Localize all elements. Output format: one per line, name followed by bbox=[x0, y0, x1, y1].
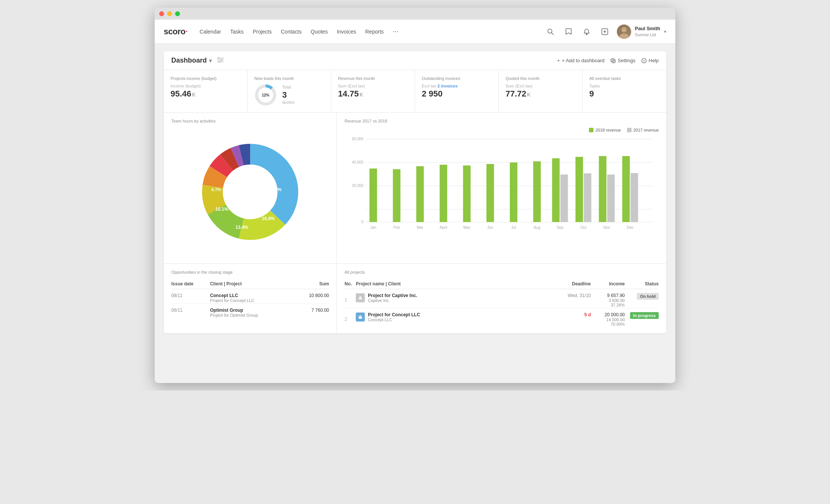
kpi-overdue-tasks: All overdue tasks Tasks 9 bbox=[583, 70, 666, 112]
dashboard-actions: + + Add to dashboard Settings ? Help bbox=[557, 58, 659, 63]
help-btn[interactable]: ? Help bbox=[641, 58, 659, 63]
charts-row: Team hours by activities bbox=[164, 113, 666, 264]
svg-text:13.4%: 13.4% bbox=[235, 225, 248, 230]
svg-text:36.9%: 36.9% bbox=[268, 187, 282, 192]
svg-text:April: April bbox=[440, 225, 447, 230]
opp-sum-2: 7 760.00 bbox=[294, 304, 329, 319]
svg-text:May: May bbox=[463, 225, 470, 230]
nav-contacts[interactable]: Contacts bbox=[281, 29, 301, 35]
legend-2017: 2017 revenue bbox=[627, 128, 659, 132]
notification-icon[interactable] bbox=[581, 26, 593, 38]
svg-rect-49 bbox=[510, 162, 518, 222]
kpi-new-leads: New leads this month 12% Total bbox=[247, 70, 331, 112]
proj-status-1: On hold bbox=[625, 289, 659, 308]
settings-btn[interactable]: Settings bbox=[610, 58, 635, 63]
svg-rect-74 bbox=[359, 315, 361, 317]
nav-tasks[interactable]: Tasks bbox=[230, 29, 244, 35]
svg-text:40,000: 40,000 bbox=[352, 160, 364, 164]
table-row: 08/11 Concept LLC Project for Concept LL… bbox=[171, 289, 329, 304]
svg-point-7 bbox=[619, 34, 629, 39]
search-icon[interactable] bbox=[544, 26, 556, 38]
proj-income-2: 20 000.00 14 000.00 70.00% bbox=[591, 308, 625, 328]
close-button[interactable] bbox=[159, 11, 164, 16]
col-project: Project name | Client bbox=[356, 279, 553, 289]
avatar bbox=[617, 25, 631, 39]
svg-rect-44 bbox=[393, 169, 401, 222]
project-icon-gray bbox=[356, 293, 365, 302]
donut-chart: 36.9% 16.8% 13.4% 10.1% 6.7% bbox=[171, 128, 329, 256]
svg-text:Oct: Oct bbox=[581, 225, 587, 230]
svg-text:Jun: Jun bbox=[487, 225, 493, 230]
filter-icon[interactable] bbox=[217, 57, 224, 64]
table-row: 1 Project for Captive Inc. Captive bbox=[344, 289, 659, 308]
logo[interactable]: scoro· bbox=[164, 27, 188, 37]
svg-text:10.1%: 10.1% bbox=[215, 207, 228, 212]
svg-point-11 bbox=[218, 57, 220, 59]
col-no: No. bbox=[344, 279, 356, 289]
projects-panel: All projects No. Project name | Client D… bbox=[337, 264, 666, 333]
nav-quotes[interactable]: Quotes bbox=[311, 29, 328, 35]
svg-text:Feb: Feb bbox=[393, 225, 400, 230]
nav-more[interactable]: ··· bbox=[393, 28, 398, 35]
col-deadline: Deadline bbox=[553, 279, 591, 289]
svg-text:6.7%: 6.7% bbox=[212, 187, 221, 192]
bar-chart-svg: 60,000 40,000 20,000 0 bbox=[344, 135, 659, 241]
add-icon[interactable] bbox=[599, 26, 611, 38]
svg-rect-57 bbox=[622, 156, 630, 222]
table-row: 2 Project for Concept LLC Concept bbox=[344, 308, 659, 328]
proj-deadline-2: 5 d bbox=[553, 308, 591, 328]
col-income: Income bbox=[591, 279, 625, 289]
project-icon-blue bbox=[356, 313, 365, 322]
svg-rect-43 bbox=[370, 169, 377, 222]
minimize-button[interactable] bbox=[167, 11, 172, 16]
opp-date-2: 06/11 bbox=[171, 304, 210, 319]
svg-point-12 bbox=[221, 59, 222, 61]
svg-point-6 bbox=[621, 27, 627, 32]
add-to-dashboard-btn[interactable]: + + Add to dashboard bbox=[557, 58, 605, 63]
opportunities-table: Issue date Client | Project Sum 08/11 Co… bbox=[171, 279, 329, 318]
kpi-outstanding: Outstanding invoices Excl tax 2 invoices… bbox=[415, 70, 499, 112]
svg-point-2 bbox=[586, 34, 587, 35]
user-chevron-icon: ▾ bbox=[664, 29, 666, 34]
opp-date-1: 08/11 bbox=[171, 289, 210, 304]
svg-point-28 bbox=[227, 169, 274, 215]
svg-rect-58 bbox=[631, 173, 638, 222]
col-client: Client | Project bbox=[210, 279, 294, 289]
user-area[interactable]: Paul Smith Sunrise Ltd ▾ bbox=[617, 25, 666, 39]
svg-point-0 bbox=[548, 29, 552, 33]
nav-calendar[interactable]: Calendar bbox=[200, 29, 221, 35]
nav-links: Calendar Tasks Projects Contacts Quotes … bbox=[200, 28, 544, 35]
svg-text:Jan: Jan bbox=[370, 225, 377, 230]
svg-text:?: ? bbox=[643, 59, 645, 63]
nav-invoices[interactable]: Invoices bbox=[337, 29, 356, 35]
dashboard-title: Dashboard ▾ bbox=[171, 57, 557, 64]
bookmark-icon[interactable] bbox=[563, 26, 575, 38]
svg-rect-53 bbox=[576, 157, 583, 222]
tables-row: Opportunities in the closing stage Issue… bbox=[164, 264, 666, 333]
svg-text:20,000: 20,000 bbox=[352, 184, 364, 188]
fullscreen-button[interactable] bbox=[175, 11, 180, 16]
svg-text:0: 0 bbox=[361, 220, 364, 224]
dashboard-chevron-icon[interactable]: ▾ bbox=[209, 58, 212, 64]
proj-name-1: Project for Captive Inc. Captive Inc. bbox=[356, 289, 553, 308]
nav-projects[interactable]: Projects bbox=[253, 29, 272, 35]
proj-status-2: In progress bbox=[625, 308, 659, 328]
proj-name-2: Project for Concept LLC Concept LLC bbox=[356, 308, 553, 328]
nav-icons bbox=[544, 26, 611, 38]
proj-deadline-1: Wed, 31/10 bbox=[553, 289, 591, 308]
svg-text:16.8%: 16.8% bbox=[262, 216, 275, 221]
proj-no-2: 2 bbox=[344, 308, 356, 328]
legend-2018: 2018 revenue bbox=[589, 128, 621, 132]
kpi-quoted: Quoted this month Sum (Excl tax) 77.72K bbox=[499, 70, 583, 112]
leads-donut: 12% bbox=[254, 84, 277, 106]
svg-rect-54 bbox=[584, 173, 592, 222]
invoices-link[interactable]: 2 invoices bbox=[438, 84, 458, 88]
svg-rect-52 bbox=[561, 175, 568, 222]
svg-text:Mar: Mar bbox=[417, 225, 424, 230]
title-bar bbox=[155, 8, 675, 20]
svg-rect-45 bbox=[417, 166, 424, 222]
svg-rect-47 bbox=[463, 165, 471, 222]
nav-reports[interactable]: Reports bbox=[365, 29, 384, 35]
app-window: scoro· Calendar Tasks Projects Contacts … bbox=[155, 8, 675, 383]
proj-no-1: 1 bbox=[344, 289, 356, 308]
